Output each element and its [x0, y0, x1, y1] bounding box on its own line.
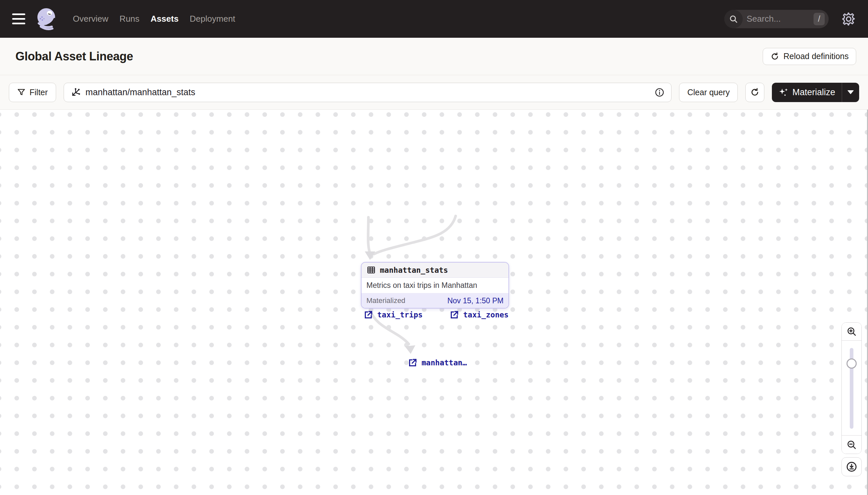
slash-shortcut-badge: / [814, 13, 825, 25]
nav-item-overview[interactable]: Overview [72, 12, 109, 26]
status-timestamp[interactable]: Nov 15, 1:50 PM [447, 296, 503, 305]
nav-item-assets[interactable]: Assets [150, 12, 179, 26]
materialize-button[interactable]: Materialize [772, 83, 842, 102]
arrowhead [405, 345, 415, 354]
asset-card-description: Metrics on taxi trips in Manhattan [361, 278, 509, 293]
filter-icon [17, 88, 25, 97]
clear-query-label: Clear query [687, 88, 730, 97]
global-search-input[interactable]: Search... / [724, 10, 829, 28]
nav-item-deployment[interactable]: Deployment [189, 12, 236, 26]
info-icon[interactable] [654, 87, 665, 98]
sparkle-icon [778, 87, 788, 97]
nav-item-runs[interactable]: Runs [119, 12, 140, 26]
external-link-icon [449, 310, 459, 320]
edge-taxi-zones-to-manhattan-stats [374, 216, 456, 254]
external-link-icon [408, 358, 418, 368]
zoom-group [842, 322, 862, 454]
page-title-bar: Global Asset Lineage Reload definitions [0, 38, 868, 75]
reload-definitions-label: Reload definitions [783, 52, 849, 61]
search-placeholder: Search... [743, 14, 814, 24]
asset-node-label: taxi_trips [377, 310, 423, 319]
table-icon [367, 265, 376, 275]
materialize-dropdown-button[interactable] [842, 83, 859, 102]
asset-node-taxi-zones[interactable]: taxi_zones [449, 310, 509, 320]
asset-node-taxi-trips[interactable]: taxi_trips [364, 310, 423, 320]
refresh-graph-button[interactable] [745, 83, 764, 102]
asset-selection-value: manhattan/manhattan_stats [86, 87, 650, 98]
materialize-split-button: Materialize [772, 83, 859, 102]
lineage-graph-canvas[interactable]: taxi_trips taxi_zones manhattan_stats Me… [0, 109, 868, 495]
hamburger-icon [12, 18, 25, 20]
arrowhead [365, 252, 375, 260]
zoom-slider-thumb[interactable] [847, 358, 857, 369]
top-nav: Overview Runs Assets Deployment Search..… [0, 0, 868, 38]
materialize-label: Materialize [792, 87, 835, 98]
zoom-out-icon [846, 440, 857, 450]
dagster-logo [35, 6, 59, 32]
zoom-slider [842, 341, 862, 436]
asset-card-status-row: Materialized Nov 15, 1:50 PM [361, 293, 509, 308]
recenter-download-button[interactable] [842, 457, 862, 476]
primary-nav: Overview Runs Assets Deployment [72, 12, 236, 26]
page-title: Global Asset Lineage [15, 50, 133, 63]
hamburger-menu-button[interactable] [12, 13, 28, 25]
gear-icon [840, 11, 857, 27]
status-label: Materialized [367, 296, 405, 305]
search-icon [724, 10, 743, 28]
zoom-in-button[interactable] [842, 323, 862, 341]
filter-button[interactable]: Filter [9, 83, 56, 102]
zoom-in-icon [846, 326, 857, 337]
hamburger-icon [12, 14, 25, 15]
clear-query-button[interactable]: Clear query [679, 83, 738, 102]
lineage-toolbar: Filter manhattan/manhattan_stats Clear q… [0, 75, 868, 109]
asset-card-title: manhattan_stats [380, 266, 448, 274]
dagster-app-window: Overview Runs Assets Deployment Search..… [0, 0, 868, 495]
zoom-out-button[interactable] [842, 436, 862, 454]
recenter-download-icon [846, 461, 857, 473]
reload-definitions-button[interactable]: Reload definitions [763, 48, 856, 65]
external-link-icon [364, 310, 373, 320]
refresh-icon [750, 87, 760, 97]
asset-graph-icon [71, 87, 81, 98]
asset-node-label: taxi_zones [463, 310, 509, 319]
settings-button[interactable] [840, 11, 857, 27]
caret-down-icon [847, 90, 854, 94]
refresh-icon [770, 52, 779, 61]
edge-taxi-trips-to-manhattan-stats [368, 217, 370, 253]
zoom-controls [842, 322, 862, 476]
hamburger-icon [12, 23, 25, 24]
asset-selection-input[interactable]: manhattan/manhattan_stats [64, 83, 672, 102]
asset-card-manhattan-stats[interactable]: manhattan_stats Metrics on taxi trips in… [361, 262, 509, 309]
asset-card-header: manhattan_stats [361, 262, 509, 278]
asset-node-label: manhattan… [422, 358, 467, 367]
filter-button-label: Filter [30, 88, 48, 97]
asset-node-manhattan-downstream[interactable]: manhattan… [408, 358, 467, 368]
